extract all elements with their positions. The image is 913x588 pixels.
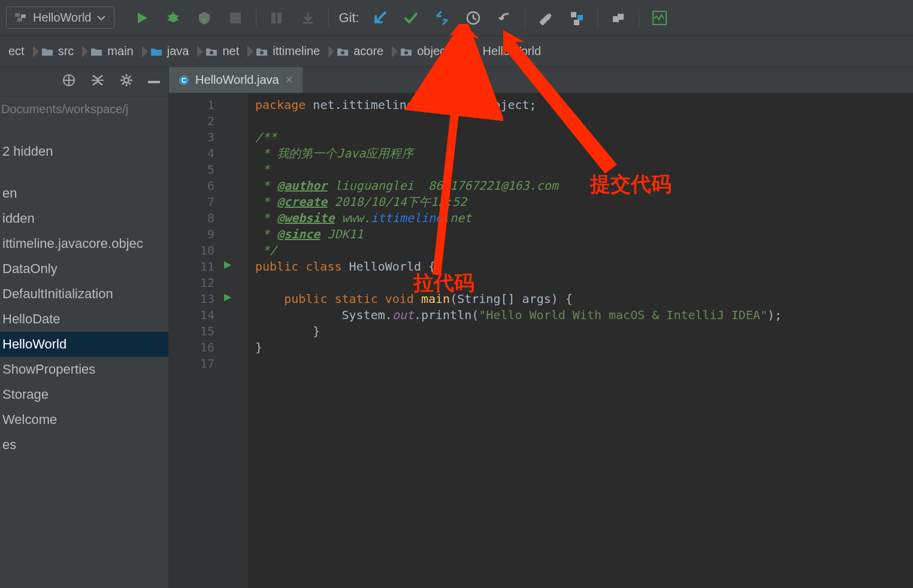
toolbar-separator (328, 9, 329, 27)
code-content[interactable]: package net.ittimeline.javacore.object; … (248, 93, 913, 588)
folder-icon (41, 47, 53, 56)
run-config-dropdown[interactable]: HelloWorld (6, 7, 114, 29)
coverage-button[interactable] (190, 4, 219, 32)
git-compare-button[interactable] (428, 4, 456, 32)
fold-gutter (237, 93, 248, 588)
git-pull-button[interactable] (365, 4, 394, 32)
git-label: Git: (338, 10, 359, 26)
breadcrumb-item[interactable]: ect (0, 44, 33, 58)
hide-icon[interactable] (148, 76, 160, 87)
folder-blue-icon (150, 47, 162, 56)
sidebar-item[interactable]: 2 hidden (0, 139, 168, 164)
folder-icon (90, 47, 102, 56)
svg-rect-13 (571, 12, 576, 17)
svg-point-22 (404, 51, 408, 54)
breadcrumb-item[interactable]: src (33, 44, 83, 58)
toolbar-separator (525, 9, 525, 27)
profiler-button[interactable] (262, 4, 291, 32)
sidebar-item[interactable]: HelloDate (0, 307, 168, 332)
collapse-all-icon[interactable] (90, 74, 105, 89)
breadcrumb-item[interactable]: acore (328, 44, 392, 58)
svg-text:C: C (182, 77, 186, 84)
sidebar-item[interactable]: ittimeline.javacore.objec (0, 231, 168, 256)
sidebar-item[interactable]: DefaultInitialization (0, 281, 168, 307)
svg-point-3 (169, 14, 177, 22)
scroll-from-source-icon[interactable] (62, 73, 76, 90)
editor-tabs: C HelloWorld.java ✕ (169, 67, 913, 93)
gear-icon[interactable] (119, 73, 134, 90)
sidebar-item[interactable]: ShowProperties (0, 357, 168, 382)
package-icon (256, 47, 268, 56)
svg-rect-9 (230, 13, 241, 23)
sidebar-item[interactable]: idden (0, 206, 168, 231)
stop-button[interactable] (221, 4, 250, 32)
chevron-down-icon (97, 15, 105, 21)
package-icon (400, 47, 412, 56)
svg-rect-2 (17, 18, 22, 22)
svg-rect-15 (574, 20, 579, 25)
svg-point-19 (210, 51, 213, 54)
breadcrumb-bar: ect src main java net ittimeline acore o… (0, 36, 913, 67)
toolbar-separator (639, 9, 639, 27)
svg-rect-0 (15, 13, 20, 17)
breadcrumb-item[interactable]: main (82, 44, 141, 58)
editor-tab[interactable]: C HelloWorld.java ✕ (169, 67, 303, 93)
project-sidebar: Documents/workspace/j 2 hidden en idden … (0, 67, 169, 588)
sidebar-path: Documents/workspace/j (0, 96, 168, 122)
svg-point-21 (341, 51, 344, 54)
svg-point-20 (260, 51, 264, 54)
download-button[interactable] (294, 4, 322, 32)
debug-button[interactable] (159, 4, 188, 32)
svg-rect-30 (148, 81, 160, 83)
class-icon: C (466, 46, 478, 57)
package-icon (205, 47, 217, 56)
build-button[interactable] (604, 4, 633, 32)
breadcrumb-item[interactable]: ittimeline (247, 44, 328, 58)
svg-text:C: C (469, 47, 475, 56)
line-gutter: 1234567891011121314151617 (169, 93, 222, 588)
activity-button[interactable] (645, 4, 674, 32)
project-structure-button[interactable] (563, 4, 591, 32)
settings-button[interactable] (531, 4, 560, 32)
toolbar-separator (256, 9, 256, 27)
sidebar-item[interactable]: es (0, 432, 168, 457)
close-icon[interactable]: ✕ (285, 74, 293, 86)
svg-point-29 (124, 78, 129, 83)
git-history-button[interactable] (459, 4, 488, 32)
toolbar-separator (597, 9, 598, 27)
package-icon (337, 47, 349, 56)
main-toolbar: HelloWorld Git: (0, 0, 913, 36)
run-gutter: ▶ ▶ (222, 93, 237, 588)
breadcrumb-item[interactable]: net (197, 44, 247, 58)
sidebar-item[interactable]: Storage (0, 382, 168, 407)
svg-rect-17 (618, 14, 624, 20)
sidebar-item-selected[interactable]: HelloWorld (0, 332, 168, 357)
svg-rect-11 (277, 13, 282, 23)
breadcrumb-item[interactable]: object (392, 44, 457, 58)
class-icon: C (179, 75, 189, 86)
sidebar-item[interactable]: DataOnly (0, 256, 168, 281)
run-marker-icon[interactable]: ▶ (224, 259, 231, 270)
config-label: HelloWorld (33, 11, 91, 25)
svg-rect-1 (21, 14, 26, 18)
sidebar-tools (0, 67, 168, 96)
run-marker-icon[interactable]: ▶ (224, 291, 231, 302)
svg-rect-14 (578, 15, 583, 20)
svg-rect-10 (271, 13, 276, 23)
code-area[interactable]: 1234567891011121314151617 ▶ ▶ package ne… (169, 93, 913, 588)
tab-label: HelloWorld.java (195, 73, 279, 87)
git-revert-button[interactable] (490, 4, 519, 32)
run-button[interactable] (128, 4, 156, 32)
editor-pane: C HelloWorld.java ✕ 12345678910111213141… (169, 67, 913, 588)
windows-icon (15, 13, 27, 23)
breadcrumb-item[interactable]: java (142, 44, 198, 58)
git-commit-button[interactable] (397, 4, 425, 32)
sidebar-item[interactable]: en (0, 181, 168, 206)
sidebar-item[interactable]: Welcome (0, 407, 168, 432)
breadcrumb-item[interactable]: CHelloWorld (458, 44, 549, 58)
main-area: Documents/workspace/j 2 hidden en idden … (0, 67, 913, 588)
